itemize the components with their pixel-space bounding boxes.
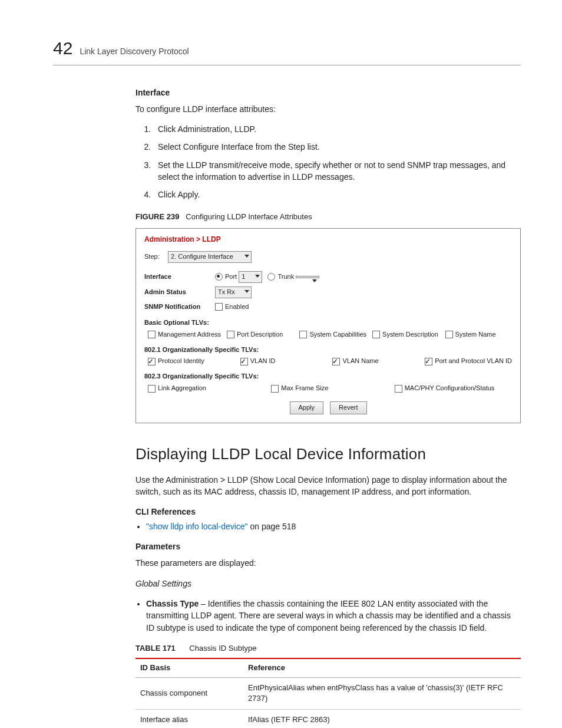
chassis-type-lead: Chassis Type (146, 599, 199, 608)
interface-label: Interface (144, 272, 215, 282)
trunk-label: Trunk (277, 272, 294, 282)
interface-heading: Interface (135, 87, 521, 98)
sys-cap-label: System Capabilities (309, 330, 366, 340)
table-title: Chassis ID Subtype (189, 644, 256, 653)
breadcrumb: Administration > LLDP (144, 235, 512, 245)
mac-phy-label: MAC/PHY Configuration/Status (405, 384, 495, 393)
global-settings-label: Global Settings (135, 578, 521, 589)
max-frame-label: Max Frame Size (281, 384, 328, 393)
link-agg-checkbox[interactable] (148, 385, 156, 393)
page-header: 42 Link Layer Discovery Protocol (53, 35, 521, 65)
sys-name-checkbox[interactable] (445, 331, 453, 338)
cli-ref-suffix: on page 518 (248, 522, 296, 531)
trunk-select[interactable] (296, 276, 319, 278)
chapter-number: 42 (53, 35, 72, 61)
figure-label: FIGURE 239 (135, 212, 179, 221)
enabled-label: Enabled (225, 302, 249, 312)
snmp-notif-label: SNMP Notification (144, 302, 215, 312)
mac-phy-checkbox[interactable] (395, 385, 402, 393)
chassis-type-bullet: Chassis Type – Identifies the chassis co… (146, 598, 521, 634)
snmp-enabled-checkbox[interactable] (215, 303, 223, 311)
display-lldp-intro: Use the Administration > LLDP (Show Loca… (135, 474, 521, 498)
link-agg-label: Link Aggregation (158, 384, 206, 393)
cli-ref-item: "show lldp info local-device" on page 51… (146, 521, 521, 532)
vlan-name-label: VLAN Name (342, 357, 378, 366)
admin-status-select[interactable]: Tx Rx (215, 286, 252, 298)
chapter-title: Link Layer Discovery Protocol (80, 45, 189, 57)
proto-identity-label: Protocol Identity (158, 357, 204, 366)
basic-tlv-heading: Basic Optional TLVs: (144, 318, 512, 328)
port-radio[interactable] (215, 273, 223, 281)
table-cell: Interface alias (135, 710, 243, 728)
table-row: Chassis component EntPhysicalAlias when … (135, 677, 521, 710)
table-cell: EntPhysicalAlias when entPhysClass has a… (243, 677, 521, 710)
table-caption: TABLE 171 Chassis ID Subtype (135, 643, 521, 654)
mgmt-addr-label: Management Address (158, 330, 221, 340)
table-cell: Chassis component (135, 677, 243, 710)
port-proto-vlan-checkbox[interactable] (425, 358, 432, 365)
port-desc-label: Port Description (237, 330, 283, 340)
chassis-type-text: – Identifies the chassis containing the … (146, 599, 511, 633)
table-label: TABLE 171 (135, 644, 176, 653)
vlan-name-checkbox[interactable] (332, 358, 340, 365)
step-select[interactable]: 2. Configure Interface (168, 251, 252, 263)
table-row: Interface alias IfAlias (IETF RFC 2863) (135, 710, 521, 728)
vlan-id-label: VLAN ID (250, 357, 276, 366)
trunk-radio[interactable] (267, 273, 275, 281)
apply-button[interactable]: Apply (290, 401, 324, 414)
sys-name-label: System Name (455, 330, 496, 340)
display-lldp-heading: Displaying LLDP Local Device Information (135, 443, 521, 466)
ui-screenshot: Administration > LLDP Step: 2. Configure… (135, 228, 521, 423)
sys-desc-checkbox[interactable] (372, 331, 380, 338)
dot3-heading: 802.3 Organizationally Specific TLVs: (144, 372, 512, 381)
figure-title: Configuring LLDP Interface Attributes (186, 212, 312, 221)
step-item: Click Administration, LLDP. (153, 123, 521, 135)
figure-caption: FIGURE 239 Configuring LLDP Interface At… (135, 212, 521, 223)
revert-button[interactable]: Revert (330, 401, 366, 414)
port-label: Port (225, 272, 237, 282)
interface-intro: To configure LLDP interface attributes: (135, 103, 521, 115)
vlan-id-checkbox[interactable] (240, 358, 248, 365)
port-select[interactable]: 1 (239, 271, 262, 283)
main-content: Interface To configure LLDP interface at… (135, 87, 521, 729)
table-head-col2: Reference (243, 658, 521, 677)
max-frame-checkbox[interactable] (271, 385, 279, 393)
sys-cap-checkbox[interactable] (299, 331, 307, 338)
table-cell: IfAlias (IETF RFC 2863) (243, 710, 521, 728)
cli-ref-link[interactable]: "show lldp info local-device" (146, 522, 248, 531)
port-proto-vlan-label: Port and Protocol VLAN ID (435, 357, 512, 366)
parameters-intro: These parameters are displayed: (135, 557, 521, 569)
port-desc-checkbox[interactable] (227, 331, 234, 338)
mgmt-addr-checkbox[interactable] (148, 331, 156, 338)
parameters-heading: Parameters (135, 541, 521, 552)
interface-steps: Click Administration, LLDP. Select Confi… (135, 123, 521, 200)
dot1-heading: 802.1 Organizationally Specific TLVs: (144, 345, 512, 355)
step-item: Select Configure Interface from the Step… (153, 141, 521, 153)
cli-references-heading: CLI References (135, 506, 521, 518)
sys-desc-label: System Description (382, 330, 438, 340)
step-item: Set the LLDP transmit/receive mode, spec… (153, 159, 521, 183)
step-item: Click Apply. (153, 189, 521, 200)
proto-identity-checkbox[interactable] (148, 358, 156, 365)
step-label: Step: (144, 252, 168, 262)
admin-status-label: Admin Status (144, 288, 215, 297)
table-head-col1: ID Basis (135, 658, 243, 677)
chassis-id-table: ID Basis Reference Chassis component Ent… (135, 658, 521, 728)
